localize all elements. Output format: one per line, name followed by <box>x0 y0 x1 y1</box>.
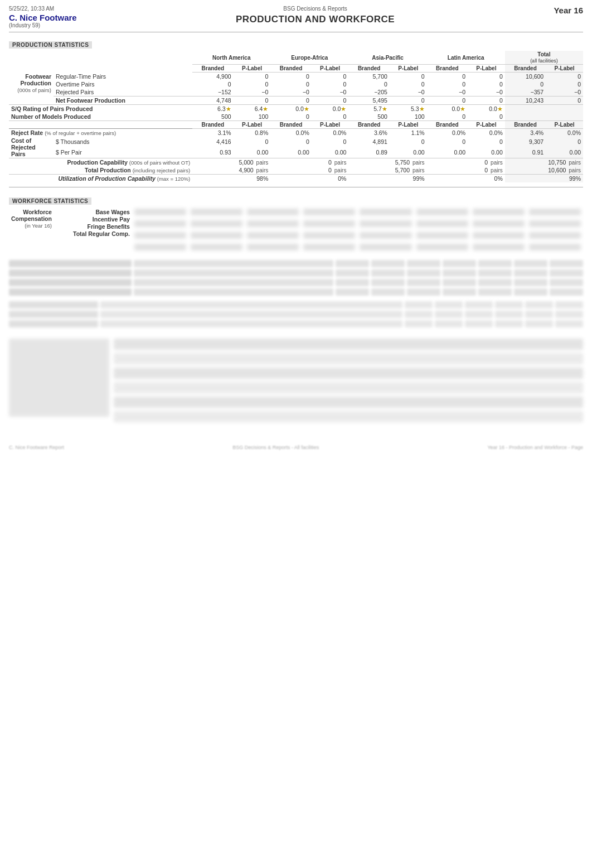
net-ea-branded: 0 <box>270 97 311 105</box>
ot-na-branded: 0 <box>192 80 233 88</box>
cr-ea-pp-branded: 0.00 <box>270 147 311 158</box>
rr-total-branded: 3.4% <box>505 129 546 137</box>
tp-na: 4,900 pairs <box>192 166 270 175</box>
wf-fringe-benefits: Fringe Benefits <box>56 223 130 230</box>
rej-na-plabel: −0 <box>234 88 271 97</box>
rr-ea-branded: 0.0% <box>270 129 311 137</box>
util-ap: 99% <box>348 175 426 183</box>
workforce-table: Workforce Compensation (in Year 16) Base… <box>9 208 583 254</box>
cr-na-pp-branded: 0.93 <box>192 147 233 158</box>
workforce-blurred-content <box>9 260 583 422</box>
tp-total: 10,600 pairs <box>505 166 583 175</box>
la-plabel-header: P-Label <box>468 65 505 73</box>
rr-na-plabel: 0.8% <box>234 129 271 137</box>
cr-ap-pp-plabel: 0.00 <box>390 147 427 158</box>
pc-total: 10,750 pairs <box>505 158 583 167</box>
footwear-production-label: Footwear Production (000s of pairs) <box>9 73 54 105</box>
ot-total-plabel: 0 <box>546 80 583 88</box>
net-na-branded: 4,748 <box>192 97 233 105</box>
utilization-label: Utilization of Production Capability (ma… <box>9 175 192 183</box>
wf-incentive-pay: Incentive Pay <box>56 216 130 223</box>
rt-na-branded: 4,900 <box>192 73 233 81</box>
cr-ap-th-branded: 4,891 <box>348 137 389 147</box>
rt-ea-branded: 0 <box>270 73 311 81</box>
pc-na: 5,000 pairs <box>192 158 270 167</box>
ot-la-plabel: 0 <box>468 80 505 88</box>
rt-ap-plabel: 0 <box>390 73 427 81</box>
rej-ap-branded: −205 <box>348 88 389 97</box>
net-total-branded: 10,243 <box>505 97 546 105</box>
footer-left: C. Nice Footware Report <box>9 445 64 450</box>
sq-la-branded: 0.0★ <box>427 105 468 113</box>
la-header: Latin America <box>427 51 505 65</box>
workforce-label: Workforce Compensation (in Year 16) <box>9 208 54 254</box>
rr-ap-plabel: 1.1% <box>390 129 427 137</box>
models-ap-branded: 500 <box>348 113 389 121</box>
sq-na-plabel: 6.4★ <box>234 105 271 113</box>
models-ea-branded: 0 <box>270 113 311 121</box>
ot-na-plabel: 0 <box>234 80 271 88</box>
production-section-title: PRODUCTION STATISTICS <box>9 41 92 49</box>
cost-thousands-label: $ Thousands <box>54 137 192 147</box>
tp-ea: 0 pairs <box>270 166 348 175</box>
rr-na-branded: 3.1% <box>192 129 233 137</box>
cr-na-th-plabel: 0 <box>234 137 271 147</box>
plabel-sub-ap: P-Label <box>390 121 427 129</box>
rej-la-plabel: −0 <box>468 88 505 97</box>
total-prod-label: Total Production (including rejected pai… <box>9 166 192 175</box>
models-produced-label: Number of Models Produced <box>9 113 192 121</box>
models-na-branded: 500 <box>192 113 233 121</box>
branded-sub-ea: Branded <box>270 121 311 129</box>
util-na: 98% <box>192 175 270 183</box>
rej-la-branded: −0 <box>427 88 468 97</box>
ot-ap-plabel: 0 <box>390 80 427 88</box>
rt-total-plabel: 0 <box>546 73 583 81</box>
tp-ap: 5,700 pairs <box>348 166 426 175</box>
cr-total-pp-branded: 0.91 <box>505 147 546 158</box>
net-la-plabel: 0 <box>468 97 505 105</box>
footer-right: Year 16 - Production and Workforce - Pag… <box>487 445 583 450</box>
net-ap-plabel: 0 <box>390 97 427 105</box>
cr-na-th-branded: 4,416 <box>192 137 233 147</box>
sq-la-plabel: 0.0★ <box>468 105 505 113</box>
tp-la: 0 pairs <box>427 166 505 175</box>
branded-sub-la: Branded <box>427 121 468 129</box>
branded-sub-ap: Branded <box>348 121 389 129</box>
net-ea-plabel: 0 <box>312 97 349 105</box>
rr-ap-branded: 3.6% <box>348 129 389 137</box>
na-plabel-header: P-Label <box>234 65 271 73</box>
ot-ap-branded: 0 <box>348 80 389 88</box>
production-table: North America Europe-Africa Asia-Pacific… <box>9 51 583 182</box>
cr-total-th-branded: 9,307 <box>505 137 546 147</box>
net-total-plabel: 0 <box>546 97 583 105</box>
ea-plabel-header: P-Label <box>312 65 349 73</box>
prod-cap-label: Production Capability (000s of pairs wit… <box>9 158 192 167</box>
ap-branded-header: Branded <box>348 65 389 73</box>
total-header: Total (all facilities) <box>505 51 583 65</box>
sq-ap-plabel: 5.3★ <box>390 105 427 113</box>
total-branded-header: Branded <box>505 65 546 73</box>
ap-plabel-header: P-Label <box>390 65 427 73</box>
year-label: Year 16 <box>554 6 583 15</box>
cr-la-pp-plabel: 0.00 <box>468 147 505 158</box>
page-footer: C. Nice Footware Report BSG Decisions & … <box>9 445 583 450</box>
ot-la-branded: 0 <box>427 80 468 88</box>
pc-ap: 5,750 pairs <box>348 158 426 167</box>
models-ea-plabel: 0 <box>312 113 349 121</box>
util-total: 99% <box>505 175 583 183</box>
sq-ea-branded: 0.0★ <box>270 105 311 113</box>
cr-total-pp-plabel: 0.00 <box>546 147 583 158</box>
workforce-statistics-section: WORKFORCE STATISTICS Workforce Compensat… <box>9 192 583 422</box>
cr-na-pp-plabel: 0.00 <box>234 147 271 158</box>
ap-header: Asia-Pacific <box>348 51 426 65</box>
ot-ea-branded: 0 <box>270 80 311 88</box>
branded-sub-total: Branded <box>505 121 546 129</box>
sq-ea-plabel: 0.0★ <box>312 105 349 113</box>
sq-rating-label: S/Q Rating of Pairs Produced <box>9 105 192 113</box>
cr-la-th-branded: 0 <box>427 137 468 147</box>
wf-base-wages: Base Wages <box>56 209 130 215</box>
sq-na-branded: 6.3★ <box>192 105 233 113</box>
models-na-plabel: 100 <box>234 113 271 121</box>
cr-ea-th-plabel: 0 <box>312 137 349 147</box>
net-la-branded: 0 <box>427 97 468 105</box>
